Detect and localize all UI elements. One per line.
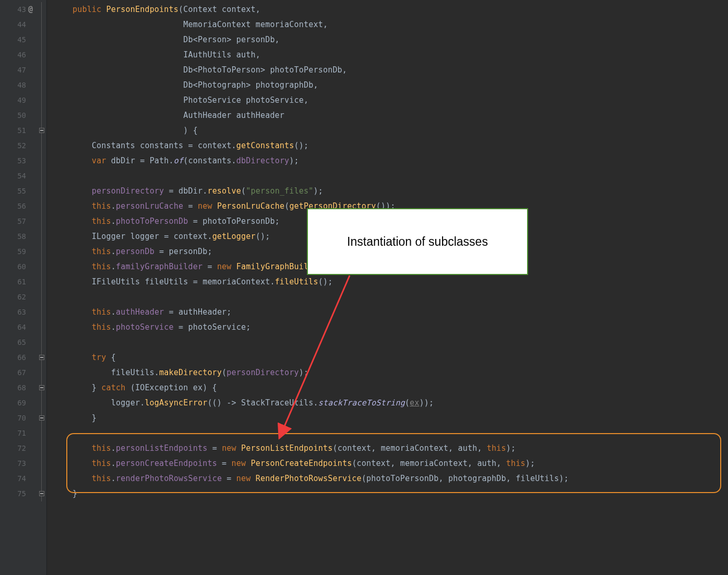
fold-cell: [38, 259, 46, 274]
fold-cell: [38, 426, 46, 441]
gutter-line-number: 70: [0, 411, 38, 426]
fold-toggle-icon[interactable]: [39, 415, 44, 421]
override-gutter-icon[interactable]: @: [28, 2, 33, 17]
gutter-line-number: 74: [0, 471, 38, 486]
code-line[interactable]: [53, 426, 728, 441]
gutter-line-number: 67: [0, 365, 38, 380]
code-line[interactable]: personDirectory = dbDir.resolve("person_…: [53, 184, 728, 199]
gutter-line-number: 72: [0, 441, 38, 456]
code-line[interactable]: AuthHeader authHeader: [53, 108, 728, 123]
code-line[interactable]: this.photoService = photoService;: [53, 320, 728, 335]
gutter-line-number: 58: [0, 229, 38, 244]
fold-cell: [38, 365, 46, 380]
fold-cell: [38, 244, 46, 259]
fold-cell: [38, 456, 46, 471]
code-line[interactable]: [53, 290, 728, 305]
fold-cell: [38, 471, 46, 486]
gutter-line-number: 43@: [0, 2, 38, 17]
code-line[interactable]: Db<Photograph> photographDb,: [53, 78, 728, 93]
gutter-line-number: 69: [0, 396, 38, 411]
gutter-line-number: 56: [0, 199, 38, 214]
fold-cell: [38, 63, 46, 78]
gutter-line-number: 73: [0, 456, 38, 471]
code-line[interactable]: var dbDir = Path.of(constants.dbDirector…: [53, 153, 728, 169]
code-line[interactable]: Db<PhotoToPerson> photoToPersonDb,: [53, 63, 728, 78]
fold-cell: [38, 2, 46, 17]
gutter-line-number: 44: [0, 17, 38, 32]
fold-cell: [38, 229, 46, 244]
code-line[interactable]: }: [53, 411, 728, 426]
code-line[interactable]: this.renderPhotoRowsService = new Render…: [53, 471, 728, 486]
fold-column: [38, 0, 47, 575]
gutter-line-number: 53: [0, 153, 38, 169]
code-line[interactable]: IFileUtils fileUtils = memoriaContext.fi…: [53, 274, 728, 290]
gutter-line-number: 55: [0, 184, 38, 199]
code-line[interactable]: PhotoService photoService,: [53, 93, 728, 108]
fold-cell: [38, 335, 46, 350]
annotation-callout: Instantiation of subclasses: [307, 208, 528, 275]
gutter-line-number: 62: [0, 290, 38, 305]
fold-cell: [38, 169, 46, 184]
fold-toggle-icon[interactable]: [39, 385, 44, 390]
fold-cell: [38, 350, 46, 365]
gutter-line-number: 47: [0, 63, 38, 78]
code-editor[interactable]: 43@4445464748495051525354555657585960616…: [0, 0, 728, 575]
gutter-line-number: 63: [0, 305, 38, 320]
gutter-line-number: 54: [0, 169, 38, 184]
fold-cell: [38, 396, 46, 411]
gutter-line-number: 65: [0, 335, 38, 350]
fold-cell: [38, 78, 46, 93]
code-line[interactable]: this.authHeader = authHeader;: [53, 305, 728, 320]
fold-toggle-icon[interactable]: [39, 355, 44, 360]
fold-cell: [38, 123, 46, 138]
fold-cell: [38, 93, 46, 108]
fold-cell: [38, 17, 46, 32]
gutter-line-number: 75: [0, 486, 38, 501]
gutter-line-number: 66: [0, 350, 38, 365]
gutter-line-number: 61: [0, 274, 38, 290]
gutter-line-number: 64: [0, 320, 38, 335]
code-line[interactable]: this.personListEndpoints = new PersonLis…: [53, 441, 728, 456]
annotation-label: Instantiation of subclasses: [347, 235, 488, 249]
fold-cell: [38, 108, 46, 123]
code-line[interactable]: Db<Person> personDb,: [53, 32, 728, 47]
fold-cell: [38, 380, 46, 396]
fold-toggle-icon[interactable]: [39, 128, 44, 133]
gutter-line-number: 60: [0, 259, 38, 274]
fold-cell: [38, 486, 46, 501]
code-line[interactable]: IAuthUtils auth,: [53, 47, 728, 63]
fold-cell: [38, 32, 46, 47]
gutter-line-number: 51: [0, 123, 38, 138]
code-line[interactable]: MemoriaContext memoriaContext,: [53, 17, 728, 32]
code-line[interactable]: fileUtils.makeDirectory(personDirectory)…: [53, 365, 728, 380]
gutter-line-number: 45: [0, 32, 38, 47]
fold-cell: [38, 214, 46, 229]
gutter-line-number: 52: [0, 138, 38, 153]
code-line[interactable]: Constants constants = context.getConstan…: [53, 138, 728, 153]
fold-cell: [38, 138, 46, 153]
gutter-line-number: 68: [0, 380, 38, 396]
gutter-line-number: 49: [0, 93, 38, 108]
code-line[interactable]: logger.logAsyncError(() -> StackTraceUti…: [53, 396, 728, 411]
code-area[interactable]: public PersonEndpoints(Context context, …: [47, 0, 728, 575]
fold-cell: [38, 305, 46, 320]
code-line[interactable]: } catch (IOException ex) {: [53, 380, 728, 396]
code-line[interactable]: ) {: [53, 123, 728, 138]
fold-toggle-icon[interactable]: [39, 491, 44, 496]
fold-cell: [38, 184, 46, 199]
code-line[interactable]: try {: [53, 350, 728, 365]
code-line[interactable]: this.personCreateEndpoints = new PersonC…: [53, 456, 728, 471]
code-line[interactable]: [53, 335, 728, 350]
gutter-line-number: 57: [0, 214, 38, 229]
gutter-line-number: 59: [0, 244, 38, 259]
fold-cell: [38, 441, 46, 456]
fold-cell: [38, 274, 46, 290]
code-line[interactable]: }: [53, 486, 728, 501]
gutter-line-number: 46: [0, 47, 38, 63]
fold-cell: [38, 47, 46, 63]
code-line[interactable]: [53, 169, 728, 184]
fold-cell: [38, 153, 46, 169]
code-line[interactable]: public PersonEndpoints(Context context,: [53, 2, 728, 17]
gutter-line-number: 50: [0, 108, 38, 123]
gutter-line-number: 48: [0, 78, 38, 93]
